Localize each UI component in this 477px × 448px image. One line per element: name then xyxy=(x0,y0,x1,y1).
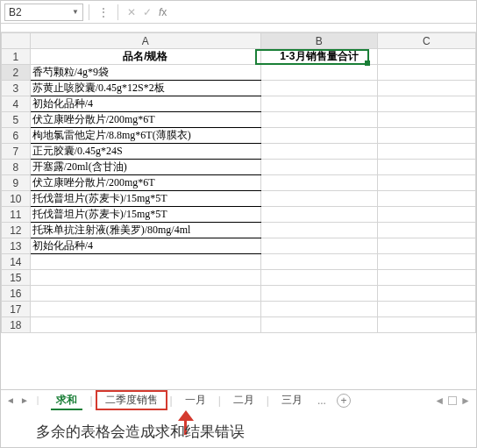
cancel-icon[interactable]: ✕ xyxy=(124,6,139,18)
cell[interactable]: 1-3月销售量合计 xyxy=(261,49,378,65)
cell[interactable] xyxy=(261,302,378,317)
row-header[interactable]: 2 xyxy=(2,65,31,81)
select-all-corner[interactable] xyxy=(2,33,31,49)
cell[interactable] xyxy=(261,160,378,175)
row-header[interactable]: 17 xyxy=(2,302,31,317)
cell[interactable] xyxy=(261,128,378,144)
cell[interactable] xyxy=(261,223,378,238)
cell[interactable] xyxy=(377,49,475,65)
cell[interactable] xyxy=(377,144,475,160)
cell[interactable]: 托伐普坦片(苏麦卡)/15mg*5T xyxy=(30,191,260,207)
row-header[interactable]: 13 xyxy=(2,238,31,254)
spreadsheet-grid[interactable]: A B C 1 品名/规格 1-3月销售量合计 2香芍颗粒/4g*9袋3苏黄止咳… xyxy=(1,32,476,357)
cell[interactable]: 初始化品种/4 xyxy=(30,238,260,254)
cell[interactable]: 正元胶囊/0.45g*24S xyxy=(30,144,260,160)
sheet-tab-bar: ◄ ► | 求和 | 二季度销售 | 一月 | 二月 | 三月 ... + ◄ … xyxy=(1,389,476,410)
sheet-tab[interactable]: 一月 xyxy=(175,390,216,410)
cell[interactable] xyxy=(377,112,475,128)
cell[interactable] xyxy=(377,317,475,333)
cell[interactable] xyxy=(377,175,475,191)
cell[interactable] xyxy=(30,286,260,302)
cell[interactable]: 开塞露/20ml(含甘油) xyxy=(30,160,260,175)
cell[interactable] xyxy=(261,254,378,270)
col-header-B[interactable]: B xyxy=(261,33,378,49)
cell[interactable]: 托伐普坦片(苏麦卡)/15mg*5T xyxy=(30,207,260,223)
cell[interactable] xyxy=(377,96,475,112)
cell[interactable]: 初始化品种/4 xyxy=(30,96,260,112)
tab-overflow-icon[interactable]: ... xyxy=(312,395,331,407)
cell[interactable] xyxy=(377,223,475,238)
grid-table: A B C 1 品名/规格 1-3月销售量合计 2香芍颗粒/4g*9袋3苏黄止咳… xyxy=(1,32,476,333)
cell[interactable] xyxy=(377,270,475,286)
cell[interactable] xyxy=(261,317,378,333)
row-header[interactable]: 6 xyxy=(2,128,31,144)
scroll-right-icon[interactable]: ► xyxy=(460,395,471,407)
row-header[interactable]: 10 xyxy=(2,191,31,207)
cell[interactable] xyxy=(261,270,378,286)
cell[interactable] xyxy=(30,254,260,270)
cell[interactable] xyxy=(377,254,475,270)
row-header[interactable]: 12 xyxy=(2,223,31,238)
row-header[interactable]: 18 xyxy=(2,317,31,333)
row-header[interactable]: 3 xyxy=(2,81,31,96)
row-header[interactable]: 14 xyxy=(2,254,31,270)
sheet-tab[interactable]: 二月 xyxy=(224,390,264,410)
cell[interactable] xyxy=(377,160,475,175)
sheet-tab-highlighted[interactable]: 二季度销售 xyxy=(96,390,167,410)
confirm-icon[interactable]: ✓ xyxy=(139,6,155,18)
cell[interactable]: 伏立康唑分散片/200mg*6T xyxy=(30,112,260,128)
cell[interactable] xyxy=(261,207,378,223)
tab-nav-prev-icon[interactable]: ◄ xyxy=(6,395,15,405)
cell[interactable] xyxy=(30,317,260,333)
cell[interactable]: 香芍颗粒/4g*9袋 xyxy=(30,65,260,81)
cell[interactable] xyxy=(261,112,378,128)
cell[interactable] xyxy=(377,191,475,207)
name-box-dropdown-icon[interactable]: ▼ xyxy=(72,8,79,16)
row-header[interactable]: 7 xyxy=(2,144,31,160)
cell[interactable] xyxy=(377,65,475,81)
annotation-caption: 多余的表格会造成求和结果错误 xyxy=(36,422,245,442)
scroll-thumb[interactable] xyxy=(448,396,457,405)
cell[interactable] xyxy=(261,65,378,81)
row-header[interactable]: 8 xyxy=(2,160,31,175)
scroll-left-icon[interactable]: ◄ xyxy=(434,395,445,407)
cell[interactable]: 品名/规格 xyxy=(30,49,260,65)
cell[interactable] xyxy=(30,302,260,317)
formula-input[interactable] xyxy=(170,4,473,21)
cell[interactable]: 托珠单抗注射液(雅美罗)/80mg/4ml xyxy=(30,223,260,238)
cell[interactable] xyxy=(377,128,475,144)
row-header[interactable]: 15 xyxy=(2,270,31,286)
cell[interactable] xyxy=(261,144,378,160)
row-header[interactable]: 5 xyxy=(2,112,31,128)
cell[interactable] xyxy=(377,238,475,254)
cell[interactable] xyxy=(261,238,378,254)
cell[interactable]: 枸地氯雷他定片/8.8mg*6T(薄膜衣) xyxy=(30,128,260,144)
row-header[interactable]: 9 xyxy=(2,175,31,191)
col-header-C[interactable]: C xyxy=(377,33,475,49)
cell[interactable] xyxy=(261,81,378,96)
cell[interactable] xyxy=(377,81,475,96)
cell[interactable]: 伏立康唑分散片/200mg*6T xyxy=(30,175,260,191)
cell[interactable] xyxy=(261,191,378,207)
name-box[interactable]: B2 ▼ xyxy=(4,4,83,21)
cell[interactable]: 苏黄止咳胶囊/0.45g*12S*2板 xyxy=(30,81,260,96)
cell[interactable] xyxy=(377,207,475,223)
col-header-A[interactable]: A xyxy=(30,33,260,49)
row-header[interactable]: 16 xyxy=(2,286,31,302)
sheet-tab-active[interactable]: 求和 xyxy=(46,390,87,410)
cell[interactable] xyxy=(377,302,475,317)
cell[interactable] xyxy=(377,286,475,302)
fx-icon[interactable]: fx xyxy=(155,6,170,18)
tab-nav: ◄ ► | xyxy=(6,395,46,405)
cell[interactable] xyxy=(261,286,378,302)
row-header[interactable]: 1 xyxy=(2,49,31,65)
add-sheet-button[interactable]: + xyxy=(337,394,351,408)
dots-icon[interactable]: ⋮ xyxy=(95,6,112,18)
sheet-tab[interactable]: 三月 xyxy=(272,390,312,410)
tab-nav-next-icon[interactable]: ► xyxy=(20,395,29,405)
cell[interactable] xyxy=(261,96,378,112)
cell[interactable] xyxy=(261,175,378,191)
row-header[interactable]: 4 xyxy=(2,96,31,112)
cell[interactable] xyxy=(30,270,260,286)
row-header[interactable]: 11 xyxy=(2,207,31,223)
